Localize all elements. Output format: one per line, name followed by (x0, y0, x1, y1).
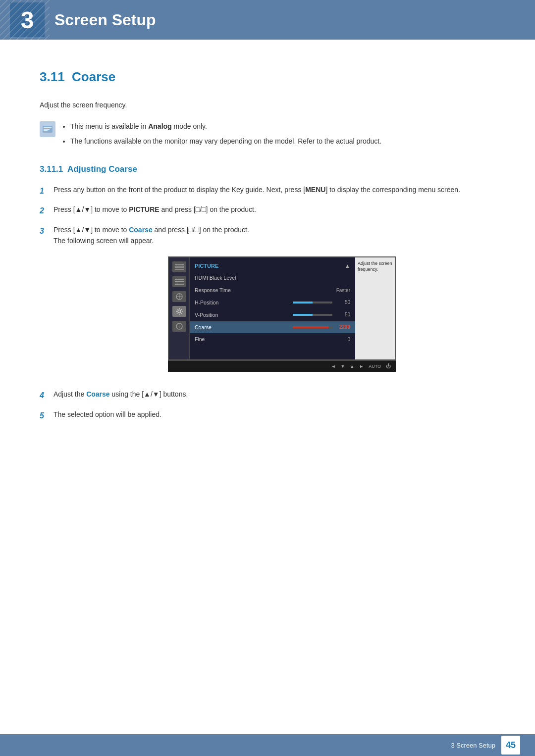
menu-item-hdmi: HDMI Black Level (190, 272, 355, 284)
auto-label: AUTO (369, 363, 381, 370)
note-list: This menu is available in Analog mode on… (61, 120, 381, 149)
power-icon: ⏻ (386, 362, 391, 370)
step-1-number: 1 (40, 185, 49, 198)
step-4: 4 Adjust the Coarse using the [▲/▼] butt… (40, 389, 495, 402)
section-description: Adjust the screen frequency. (40, 100, 495, 110)
footer-section-label: 3 Screen Setup (451, 742, 495, 749)
main-content: 3.11 Coarse Adjust the screen frequency.… (0, 40, 535, 468)
nav-left-icon: ◄ (331, 363, 335, 370)
vpos-bar (293, 314, 332, 316)
menu-header: PICTURE ▲ (190, 260, 355, 272)
footer: 3 Screen Setup 45 (0, 734, 535, 756)
svg-rect-9 (175, 279, 184, 280)
screen-container: i PICTURE ▲ HD (68, 256, 495, 372)
svg-text:i: i (179, 325, 180, 329)
svg-rect-10 (175, 281, 184, 282)
subsection-number: 3.11.1 (40, 164, 63, 174)
coarse-bar (293, 326, 332, 328)
page-title: Screen Setup (54, 11, 156, 29)
menu-item-response-value: Faster (335, 287, 350, 295)
note-box: This menu is available in Analog mode on… (40, 120, 495, 149)
nav-down-icon: ▼ (340, 363, 345, 370)
step-5-text: The selected option will be applied. (54, 409, 495, 420)
analog-bold: Analog (148, 122, 171, 130)
menu-item-fine: Fine 0 (190, 333, 355, 346)
step-3-text: Press [▲/▼] to move to Coarse and press … (54, 224, 495, 382)
step-5: 5 The selected option will be applied. (40, 409, 495, 422)
nav-up-icon: ▲ (350, 363, 354, 370)
subsection-title: Adjusting Coarse (67, 164, 137, 174)
vpos-bar-fill (293, 314, 313, 316)
svg-rect-11 (175, 284, 184, 285)
hpos-bar-container: 50 (234, 299, 350, 306)
hpos-bar (293, 302, 332, 303)
step-4-text: Adjust the Coarse using the [▲/▼] button… (54, 389, 495, 400)
svg-rect-6 (175, 264, 184, 265)
tooltip-text: Adjust the screen frequency. (358, 261, 392, 272)
step-5-number: 5 (40, 409, 49, 422)
steps-list: 1 Press any button on the front of the p… (40, 184, 495, 422)
menu-item-hpos-label: H-Position (195, 299, 234, 307)
menu-content: PICTURE ▲ HDMI Black Level (190, 257, 355, 359)
step-1-text: Press any button on the front of the pro… (54, 184, 495, 195)
menu-item-response-label: Response Time (195, 286, 234, 295)
step-3-subnote: The following screen will appear. (54, 237, 154, 245)
menu-title: PICTURE (195, 262, 218, 271)
header-banner: 3 Screen Setup (0, 0, 535, 40)
step-2-text: Press [▲/▼] to move to PICTURE and press… (54, 204, 495, 215)
chapter-number: 3 (10, 2, 45, 37)
sidebar-icons: i (169, 257, 190, 359)
coarse-bar-container: 2200 (234, 323, 350, 331)
step-3-number: 3 (40, 225, 49, 238)
subsection-heading: 3.11.1 Adjusting Coarse (40, 164, 495, 174)
sidebar-icon-info: i (172, 321, 186, 332)
note-icon (40, 121, 55, 137)
menu-item-fine-value: 0 (335, 336, 350, 344)
coarse-bar-fill (293, 326, 328, 328)
menu-item-hpos-value: 50 (335, 299, 350, 306)
step-4-number: 4 (40, 389, 49, 402)
menu-arrow: ▲ (345, 262, 350, 271)
footer-page-number: 45 (501, 736, 520, 755)
menu-item-vpos: V-Position 50 (190, 309, 355, 321)
menu-item-coarse-value: 2200 (335, 323, 350, 331)
menu-item-vpos-label: V-Position (195, 311, 234, 319)
sidebar-icon-gear (172, 306, 186, 317)
menu-item-coarse: Coarse 2200 (190, 321, 355, 334)
menu-item-hpos: H-Position 50 (190, 297, 355, 309)
menu-item-fine-label: Fine (195, 335, 234, 344)
monitor-screen: i PICTURE ▲ HD (168, 256, 396, 360)
note-item-2: The functions available on the monitor m… (70, 135, 381, 148)
step-2: 2 Press [▲/▼] to move to PICTURE and pre… (40, 204, 495, 217)
sidebar-icon-3 (172, 291, 186, 302)
sidebar-icon-1 (172, 261, 186, 272)
menu-item-hdmi-label: HDMI Black Level (195, 274, 236, 282)
sidebar-icon-2 (172, 276, 186, 287)
menu-item-coarse-label: Coarse (195, 323, 234, 332)
svg-rect-7 (175, 266, 184, 268)
step-3: 3 Press [▲/▼] to move to Coarse and pres… (40, 224, 495, 382)
vpos-bar-container: 50 (234, 311, 350, 319)
pencil-icon (43, 124, 53, 134)
nav-right-icon: ► (359, 363, 364, 370)
note-item-1: This menu is available in Analog mode on… (70, 120, 381, 133)
section-heading: 3.11 Coarse (40, 69, 495, 85)
menu-item-vpos-value: 50 (335, 311, 350, 319)
hpos-bar-fill (293, 302, 313, 303)
svg-point-15 (178, 310, 181, 313)
section-title: Coarse (72, 69, 115, 84)
step-1: 1 Press any button on the front of the p… (40, 184, 495, 198)
tooltip-panel: Adjust the screen frequency. (355, 257, 395, 359)
section-number: 3.11 (40, 69, 65, 84)
step-2-number: 2 (40, 204, 49, 217)
svg-rect-8 (175, 269, 184, 270)
menu-item-response: Response Time Faster (190, 284, 355, 297)
